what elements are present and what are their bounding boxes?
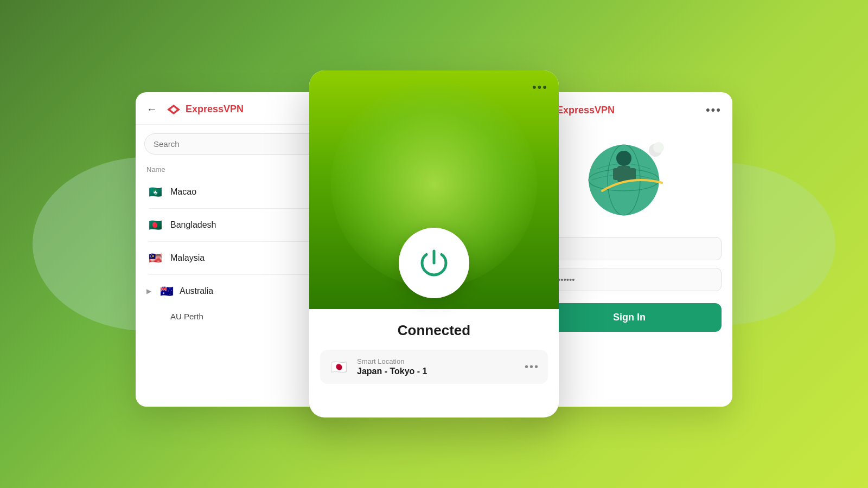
location-name-australia: Australia xyxy=(180,286,213,296)
center-dots-menu[interactable]: ••• xyxy=(532,80,548,94)
globe-illustration xyxy=(575,131,684,218)
power-button[interactable] xyxy=(399,228,469,298)
location-card-flag: 🇯🇵 xyxy=(329,359,349,375)
power-icon xyxy=(418,247,450,279)
back-button[interactable]: ← xyxy=(146,103,157,115)
search-input[interactable] xyxy=(144,133,333,155)
center-gradient-bg: ••• xyxy=(309,70,559,309)
list-item-malaysia[interactable]: 🇲🇾 Malaysia xyxy=(140,244,337,272)
flag-australia: 🇦🇺 xyxy=(158,285,175,298)
location-name-malaysia: Malaysia xyxy=(170,253,205,263)
separator-1 xyxy=(149,208,329,209)
list-item-macao[interactable]: 🇲🇴 Macao xyxy=(140,178,337,206)
panels-container: ← ExpressVPN Name 🇲🇴 Macao 🇧🇩 Bangladesh xyxy=(136,60,732,428)
expand-arrow-australia: ▶ xyxy=(146,287,151,295)
connected-text: Connected xyxy=(320,322,548,339)
flag-malaysia: 🇲🇾 xyxy=(146,252,164,265)
search-box[interactable] xyxy=(144,133,333,155)
location-card-name: Japan - Tokyo - 1 xyxy=(357,367,517,376)
panel-center: ••• Connected 🇯🇵 Smart Location Japan - … xyxy=(309,70,559,418)
location-name-bangladesh: Bangladesh xyxy=(170,220,216,230)
svg-point-8 xyxy=(653,142,664,153)
left-logo-icon xyxy=(166,104,181,115)
separator-2 xyxy=(149,241,329,242)
separator-3 xyxy=(149,274,329,275)
location-card[interactable]: 🇯🇵 Smart Location Japan - Tokyo - 1 ••• xyxy=(320,350,548,384)
flag-bangladesh: 🇧🇩 xyxy=(146,219,164,232)
svg-rect-6 xyxy=(629,168,636,180)
flag-macao: 🇲🇴 xyxy=(146,185,164,198)
email-input[interactable] xyxy=(537,237,722,260)
list-item-australia[interactable]: ▶ 🇦🇺 Australia xyxy=(140,277,337,305)
left-logo: ExpressVPN xyxy=(166,104,244,115)
location-card-label: Smart Location xyxy=(357,357,517,365)
list-item-bangladesh[interactable]: 🇧🇩 Bangladesh xyxy=(140,211,337,239)
sub-location-perth[interactable]: AU Perth xyxy=(140,305,337,328)
location-card-info: Smart Location Japan - Tokyo - 1 xyxy=(357,357,517,376)
left-logo-text: ExpressVPN xyxy=(186,104,244,115)
power-button-wrapper xyxy=(399,228,469,298)
right-dots-menu[interactable]: ••• xyxy=(706,103,722,117)
password-input[interactable] xyxy=(537,268,722,291)
svg-rect-5 xyxy=(613,168,620,180)
sign-in-button[interactable]: Sign In xyxy=(537,303,722,332)
svg-point-3 xyxy=(616,151,631,166)
right-logo-text: ExpressVPN xyxy=(557,105,615,116)
location-card-dots[interactable]: ••• xyxy=(525,361,539,373)
center-bottom: Connected 🇯🇵 Smart Location Japan - Toky… xyxy=(309,309,559,395)
email-label: ss xyxy=(537,227,722,235)
location-name-macao: Macao xyxy=(170,187,196,197)
